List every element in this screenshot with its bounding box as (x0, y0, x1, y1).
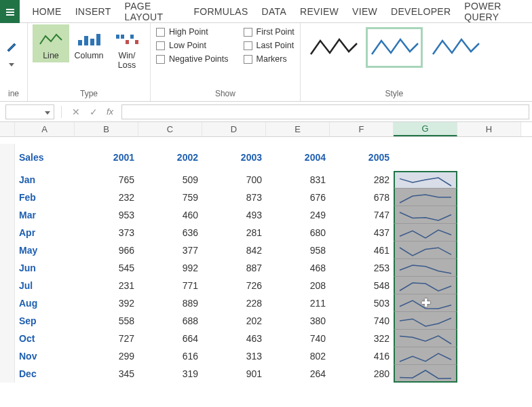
sparkline-cell[interactable] (394, 347, 457, 365)
tab-power-query[interactable]: POWER QUERY (457, 0, 532, 23)
data-cell[interactable]: 636 (138, 227, 202, 238)
row-header[interactable] (0, 330, 15, 347)
data-cell[interactable]: 831 (266, 174, 330, 185)
type-column-button[interactable]: Column (71, 24, 107, 62)
month-cell[interactable]: Dec (15, 368, 75, 379)
tab-view[interactable]: VIEW (345, 0, 384, 23)
data-cell[interactable]: 771 (138, 280, 202, 291)
select-all-corner[interactable] (0, 122, 15, 136)
data-cell[interactable]: 727 (75, 333, 138, 344)
data-cell[interactable]: 765 (75, 174, 138, 185)
chk-high-point[interactable]: High Point (156, 27, 229, 37)
data-cell[interactable]: 373 (75, 227, 138, 238)
month-cell[interactable]: Jun (15, 263, 75, 273)
data-cell[interactable]: 901 (202, 368, 266, 379)
data-cell[interactable]: 802 (266, 351, 330, 362)
data-cell[interactable]: 664 (138, 333, 202, 344)
month-cell[interactable]: Mar (15, 210, 75, 220)
tab-page-layout[interactable]: PAGE LAYOUT (118, 0, 187, 23)
col-header-D[interactable]: D (202, 122, 266, 136)
row-header[interactable] (0, 365, 15, 383)
month-cell[interactable]: Nov (15, 351, 75, 362)
edit-data-icon[interactable] (4, 40, 19, 55)
enter-formula-icon[interactable]: ✓ (86, 104, 101, 119)
formula-input[interactable] (121, 104, 529, 119)
data-cell[interactable]: 461 (330, 245, 394, 256)
month-cell[interactable]: Oct (15, 333, 75, 344)
data-cell[interactable]: 322 (330, 333, 394, 344)
data-cell[interactable]: 747 (330, 210, 394, 220)
data-cell[interactable]: 873 (202, 192, 266, 203)
data-cell[interactable]: 958 (266, 245, 330, 256)
data-cell[interactable]: 281 (202, 227, 266, 238)
data-cell[interactable]: 299 (75, 351, 138, 362)
tab-data[interactable]: DATA (255, 0, 293, 23)
data-cell[interactable]: 740 (266, 333, 330, 344)
data-cell[interactable]: 493 (202, 210, 266, 220)
month-cell[interactable]: Jan (15, 174, 75, 185)
sparkline-cell[interactable] (394, 365, 457, 383)
data-cell[interactable]: 416 (330, 351, 394, 362)
data-cell[interactable]: 509 (138, 174, 202, 185)
sparkline-cell[interactable] (394, 241, 457, 259)
cancel-formula-icon[interactable]: ✕ (69, 104, 83, 119)
data-cell[interactable]: 437 (330, 227, 394, 238)
month-cell[interactable]: Sep (15, 315, 75, 326)
row-header[interactable] (0, 347, 15, 365)
data-cell[interactable]: 282 (330, 174, 394, 185)
sparkline-cell[interactable] (394, 206, 457, 224)
data-cell[interactable]: 889 (138, 298, 202, 309)
data-cell[interactable]: 992 (138, 263, 202, 273)
data-cell[interactable]: 966 (75, 245, 138, 256)
tab-review[interactable]: REVIEW (293, 0, 345, 23)
style-item-1[interactable] (305, 27, 362, 68)
data-cell[interactable]: 377 (138, 245, 202, 256)
data-cell[interactable]: 545 (75, 263, 138, 273)
fx-icon[interactable]: fx (104, 106, 116, 117)
sparkline-cell[interactable] (394, 330, 457, 347)
data-cell[interactable]: 313 (202, 351, 266, 362)
year-header[interactable]: 2002 (138, 152, 202, 163)
data-cell[interactable]: 887 (202, 263, 266, 273)
data-cell[interactable]: 678 (330, 192, 394, 203)
month-cell[interactable]: Feb (15, 192, 75, 203)
data-cell[interactable]: 319 (138, 368, 202, 379)
type-winloss-button[interactable]: Win/ Loss (109, 24, 145, 72)
style-item-2[interactable] (366, 27, 423, 68)
data-cell[interactable]: 616 (138, 351, 202, 362)
tab-home[interactable]: HOME (25, 0, 68, 23)
data-cell[interactable]: 953 (75, 210, 138, 220)
edit-data-dropdown[interactable] (4, 58, 19, 73)
row-header[interactable] (0, 259, 15, 277)
style-item-3[interactable] (427, 27, 484, 68)
data-cell[interactable]: 842 (202, 245, 266, 256)
tab-developer[interactable]: DEVELOPER (384, 0, 457, 23)
file-tab-corner[interactable] (0, 0, 20, 23)
data-cell[interactable]: 231 (75, 280, 138, 291)
tab-formulas[interactable]: FORMULAS (187, 0, 254, 23)
data-cell[interactable]: 253 (330, 263, 394, 273)
data-cell[interactable]: 280 (330, 368, 394, 379)
type-line-button[interactable]: Line (33, 24, 69, 62)
col-header-E[interactable]: E (266, 122, 330, 136)
row-header[interactable] (0, 312, 15, 330)
data-cell[interactable]: 392 (75, 298, 138, 309)
data-cell[interactable]: 211 (266, 298, 330, 309)
tab-insert[interactable]: INSERT (69, 0, 118, 23)
data-cell[interactable]: 232 (75, 192, 138, 203)
col-header-C[interactable]: C (138, 122, 202, 136)
data-cell[interactable]: 380 (266, 315, 330, 326)
data-cell[interactable]: 249 (266, 210, 330, 220)
data-cell[interactable]: 759 (138, 192, 202, 203)
sparkline-cell[interactable] (394, 224, 457, 241)
col-header-B[interactable]: B (75, 122, 138, 136)
col-header-H[interactable]: H (457, 122, 521, 136)
year-header[interactable]: 2004 (266, 152, 330, 163)
sparkline-cell[interactable] (394, 171, 457, 189)
data-cell[interactable]: 345 (75, 368, 138, 379)
row-header[interactable] (0, 241, 15, 259)
data-cell[interactable]: 468 (266, 263, 330, 273)
name-box[interactable] (5, 104, 54, 119)
month-cell[interactable]: Aug (15, 298, 75, 309)
row-header[interactable] (0, 277, 15, 294)
